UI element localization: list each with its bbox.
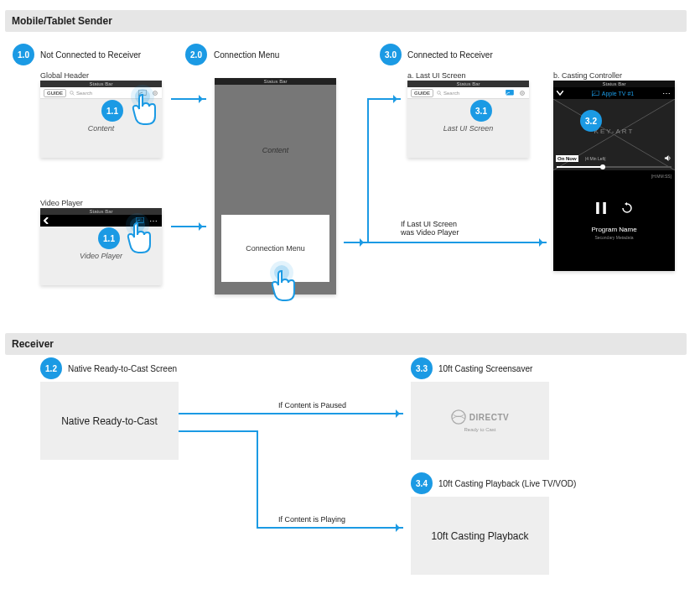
label-video-player: Video Player (40, 199, 83, 207)
label-1-2: Native Ready-to-Cast Screen (68, 364, 177, 373)
svg-rect-21 (603, 202, 606, 214)
status-bar: Status Bar (40, 81, 162, 87)
badge-1-1b: 1.1 (98, 227, 120, 249)
time-left: |4 Min Left| (585, 156, 606, 161)
badge-3-4: 3.4 (411, 472, 433, 494)
svg-point-16 (521, 92, 523, 94)
key-art-label: KEY-ART (553, 128, 675, 135)
cast-icon-connected[interactable] (592, 91, 599, 96)
screen-10ft-playback: 10ft Casting Playback (411, 497, 549, 575)
restart-button[interactable] (621, 202, 633, 214)
arrow (367, 242, 547, 243)
content-placeholder: Content (88, 124, 115, 133)
badge-2-0: 2.0 (185, 44, 207, 65)
label-global-header: Global Header (40, 71, 89, 80)
ready-to-cast-text: Ready to Cast (464, 427, 495, 432)
label-casting-controller: b. Casting Controller (553, 71, 622, 80)
svg-rect-20 (596, 202, 599, 214)
connection-menu-sheet[interactable]: Connection Menu (246, 244, 305, 253)
guide-button[interactable]: GUIDE (411, 89, 433, 97)
scrubber[interactable] (557, 166, 671, 168)
status-bar: Status Bar (407, 81, 529, 87)
label-3-4: 10ft Casting Playback (Live TV/VOD) (438, 479, 576, 488)
cast-icon-connected[interactable] (506, 90, 514, 96)
cast-icon[interactable] (136, 217, 144, 224)
label-3-0: Connected to Receiver (407, 50, 493, 60)
directv-wordmark: DIRECTV (469, 413, 509, 422)
screen-10ft-screensaver: DIRECTV Ready to Cast (411, 382, 549, 460)
label-1-0: Not Connected to Receiver (40, 50, 141, 60)
cast-icon[interactable] (138, 90, 147, 96)
gear-icon[interactable] (519, 90, 526, 96)
badge-3-0: 3.0 (380, 44, 402, 65)
badge-1-0: 1.0 (13, 44, 34, 65)
search-icon (437, 91, 442, 96)
badge-3-2: 3.2 (580, 110, 602, 132)
status-bar: Status Bar (215, 78, 336, 85)
search-input[interactable]: Search (437, 91, 502, 96)
section-receiver-header: Receiver (5, 333, 687, 355)
arrow (171, 226, 206, 227)
last-ui-placeholder: Last UI Screen (443, 124, 494, 133)
program-name: Program Name (591, 226, 636, 233)
status-bar: Status Bar (553, 81, 675, 87)
arrow (179, 413, 403, 414)
flow-line (179, 430, 258, 432)
more-icon[interactable]: ⋯ (662, 89, 671, 98)
svg-point-4 (154, 92, 156, 94)
section-sender-header: Mobile/Tablet Sender (5, 10, 687, 32)
flow-line (257, 430, 258, 529)
arrow (367, 98, 401, 100)
search-placeholder: Search (76, 91, 92, 96)
svg-line-13 (440, 93, 442, 95)
label-last-ui: a. Last UI Screen (407, 71, 466, 80)
more-icon[interactable]: ⋯ (149, 216, 158, 226)
status-bar: Status Bar (40, 208, 162, 215)
screen-native-ready: Native Ready-to-Cast (40, 382, 179, 460)
on-now-badge: On Now (556, 155, 578, 162)
label-3-3: 10ft Casting Screensaver (438, 364, 532, 373)
flow-line (344, 242, 369, 243)
gear-icon[interactable] (152, 90, 158, 96)
screen-global-header: Status Bar GUIDE Search Content (40, 81, 162, 158)
content-placeholder: Content (262, 146, 289, 154)
screen-last-ui: Status Bar GUIDE Search Last UI Screen (407, 81, 529, 158)
search-placeholder: Search (443, 91, 459, 96)
arrow (171, 98, 206, 100)
badge-3-3: 3.3 (411, 357, 433, 379)
app-header: GUIDE Search (40, 87, 162, 99)
arrow (257, 527, 403, 529)
back-icon[interactable] (44, 217, 49, 224)
search-input[interactable]: Search (70, 91, 135, 96)
svg-line-1 (73, 93, 75, 95)
screen-video-player: Status Bar ⋯ Video Player (40, 208, 162, 285)
screen-connection-menu: Status Bar Content Connection Menu (215, 78, 336, 294)
flow-line (367, 98, 369, 242)
video-player-placeholder: Video Player (80, 252, 122, 260)
label-2-0: Connection Menu (214, 50, 279, 60)
edge-label-paused: If Content is Paused (278, 401, 346, 409)
pause-button[interactable] (596, 202, 606, 214)
badge-3-1: 3.1 (470, 100, 492, 122)
screen-casting-controller: Status Bar Apple TV #1 ⋯ KEY-ART On Now … (553, 81, 675, 271)
badge-1-2: 1.2 (40, 357, 62, 379)
duration: [H:MM:SS] (651, 174, 671, 179)
guide-button[interactable]: GUIDE (44, 89, 66, 97)
secondary-metadata: Secondary Metadata (591, 235, 636, 240)
directv-logo-icon (451, 409, 466, 425)
search-icon (70, 91, 75, 96)
edge-label-playing: If Content is Playing (278, 515, 345, 524)
volume-icon[interactable] (664, 154, 671, 162)
edge-label-last-vp: If Last UI Screen was Video Player (401, 220, 459, 237)
cast-target-name: Apple TV #1 (602, 91, 634, 96)
badge-1-1a: 1.1 (101, 100, 123, 122)
chevron-down-icon[interactable] (557, 91, 563, 96)
